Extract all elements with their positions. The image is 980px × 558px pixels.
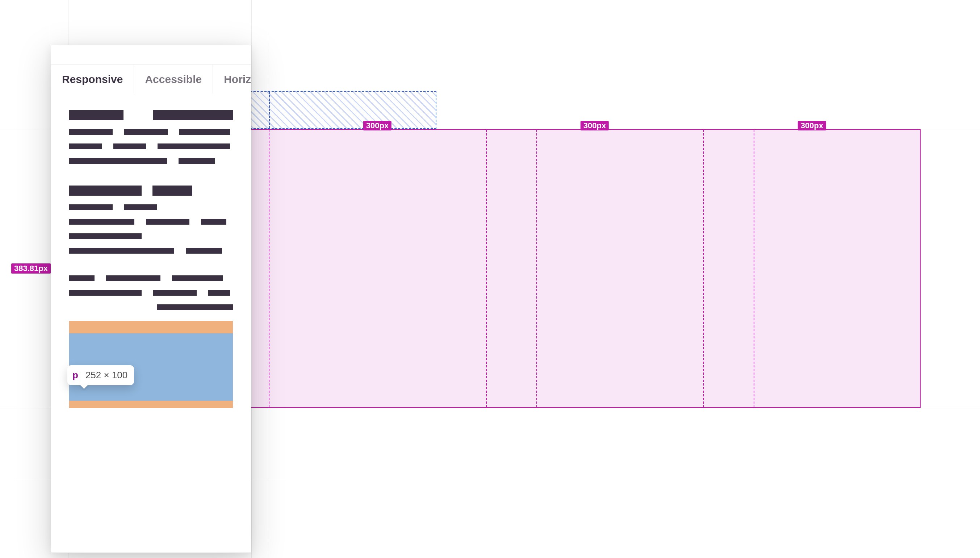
paragraph-placeholder — [69, 276, 233, 310]
device-preview-frame: Responsive Accessible Horizo — [51, 45, 251, 553]
column-width-badge: 300px — [363, 121, 391, 130]
grid-column-line — [537, 130, 537, 407]
inspect-tooltip-dims: 252 × 100 — [85, 369, 128, 381]
grid-column-line — [704, 130, 704, 407]
heading-placeholder — [69, 110, 233, 120]
selection-height-badge: 383.81px — [11, 263, 51, 274]
heading-placeholder — [69, 185, 233, 196]
content-block — [69, 110, 233, 164]
tab-accessible[interactable]: Accessible — [134, 64, 213, 94]
grid-column-line — [486, 130, 487, 407]
column-width-badge: 300px — [581, 121, 609, 130]
inspect-tooltip-tag: p — [72, 369, 78, 381]
grid-column-line — [269, 130, 270, 407]
box-model-margin-top — [69, 321, 233, 333]
paragraph-placeholder — [69, 204, 233, 254]
box-model-margin-bottom — [69, 401, 233, 408]
content-block — [69, 185, 233, 254]
tab-horizontal-partial[interactable]: Horizo — [213, 64, 251, 94]
flex-row-divider — [269, 92, 270, 128]
tab-bar: Responsive Accessible Horizo — [51, 64, 251, 94]
device-chrome — [51, 45, 251, 64]
column-width-badge: 300px — [798, 121, 826, 130]
paragraph-placeholder — [69, 129, 233, 164]
inspect-tooltip: p 252 × 100 — [67, 365, 134, 385]
tab-responsive[interactable]: Responsive — [51, 64, 134, 94]
device-content — [51, 94, 251, 408]
grid-column-line — [754, 130, 754, 407]
content-block — [69, 276, 233, 310]
